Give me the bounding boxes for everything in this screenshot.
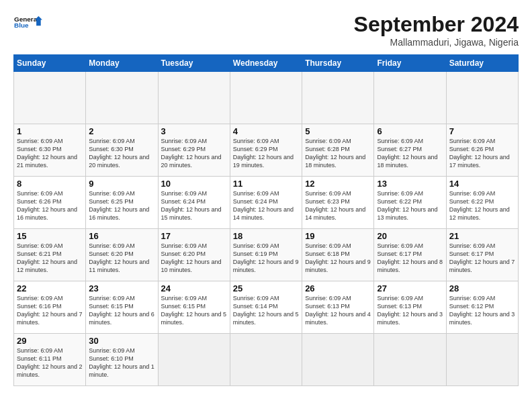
- day-info: Sunrise: 6:09 AMSunset: 6:19 PMDaylight:…: [233, 242, 299, 273]
- table-row: 15 Sunrise: 6:09 AMSunset: 6:21 PMDaylig…: [14, 229, 86, 281]
- day-number: 1: [17, 126, 83, 136]
- day-number: 30: [89, 336, 154, 346]
- table-row: 4 Sunrise: 6:09 AMSunset: 6:29 PMDayligh…: [230, 124, 302, 177]
- table-row: [14, 72, 86, 124]
- table-row: [446, 72, 518, 124]
- table-row: 16 Sunrise: 6:09 AMSunset: 6:20 PMDaylig…: [86, 229, 158, 281]
- day-number: 26: [305, 283, 371, 293]
- day-info: Sunrise: 6:09 AMSunset: 6:24 PMDaylight:…: [161, 190, 222, 221]
- day-number: 12: [305, 179, 371, 189]
- day-number: 6: [377, 126, 443, 136]
- day-info: Sunrise: 6:09 AMSunset: 6:10 PMDaylight:…: [89, 347, 154, 378]
- day-info: Sunrise: 6:09 AMSunset: 6:17 PMDaylight:…: [449, 242, 515, 273]
- day-number: 3: [161, 126, 227, 136]
- day-number: 24: [161, 283, 227, 293]
- day-info: Sunrise: 6:09 AMSunset: 6:11 PMDaylight:…: [17, 347, 83, 378]
- title-block: September 2024 Mallammaduri, Jigawa, Nig…: [354, 12, 519, 48]
- day-info: Sunrise: 6:09 AMSunset: 6:12 PMDaylight:…: [449, 295, 515, 326]
- table-row: [302, 334, 374, 386]
- day-number: 8: [17, 179, 83, 189]
- table-row: [302, 72, 374, 124]
- day-number: 25: [233, 283, 299, 293]
- table-row: 21 Sunrise: 6:09 AMSunset: 6:17 PMDaylig…: [446, 229, 518, 281]
- calendar-table: Sunday Monday Tuesday Wednesday Thursday…: [13, 54, 519, 386]
- week-row: [14, 72, 519, 124]
- col-tuesday: Tuesday: [158, 55, 230, 72]
- table-row: 13 Sunrise: 6:09 AMSunset: 6:22 PMDaylig…: [374, 177, 446, 229]
- table-row: [374, 72, 446, 124]
- day-info: Sunrise: 6:09 AMSunset: 6:23 PMDaylight:…: [305, 190, 365, 221]
- table-row: 9 Sunrise: 6:09 AMSunset: 6:25 PMDayligh…: [86, 177, 158, 229]
- day-info: Sunrise: 6:09 AMSunset: 6:15 PMDaylight:…: [161, 295, 227, 326]
- week-row: 1 Sunrise: 6:09 AMSunset: 6:30 PMDayligh…: [14, 124, 519, 177]
- day-number: 2: [89, 126, 154, 136]
- table-row: [446, 334, 518, 386]
- day-info: Sunrise: 6:09 AMSunset: 6:30 PMDaylight:…: [17, 138, 77, 169]
- table-row: 12 Sunrise: 6:09 AMSunset: 6:23 PMDaylig…: [302, 177, 374, 229]
- day-info: Sunrise: 6:09 AMSunset: 6:13 PMDaylight:…: [305, 295, 371, 326]
- table-row: [230, 334, 302, 386]
- table-row: [230, 72, 302, 124]
- day-number: 27: [377, 283, 443, 293]
- day-number: 20: [377, 231, 443, 241]
- day-number: 23: [89, 283, 154, 293]
- day-info: Sunrise: 6:09 AMSunset: 6:29 PMDaylight:…: [161, 138, 222, 169]
- day-info: Sunrise: 6:09 AMSunset: 6:22 PMDaylight:…: [377, 190, 437, 221]
- svg-text:Blue: Blue: [14, 22, 29, 30]
- table-row: [374, 334, 446, 386]
- day-number: 11: [233, 179, 299, 189]
- table-row: 22 Sunrise: 6:09 AMSunset: 6:16 PMDaylig…: [14, 281, 86, 334]
- table-row: 5 Sunrise: 6:09 AMSunset: 6:28 PMDayligh…: [302, 124, 374, 177]
- day-info: Sunrise: 6:09 AMSunset: 6:18 PMDaylight:…: [305, 242, 371, 273]
- table-row: 30 Sunrise: 6:09 AMSunset: 6:10 PMDaylig…: [86, 334, 158, 386]
- table-row: 18 Sunrise: 6:09 AMSunset: 6:19 PMDaylig…: [230, 229, 302, 281]
- day-number: 17: [161, 231, 227, 241]
- month-title: September 2024: [354, 12, 519, 37]
- day-info: Sunrise: 6:09 AMSunset: 6:30 PMDaylight:…: [89, 138, 149, 169]
- week-row: 15 Sunrise: 6:09 AMSunset: 6:21 PMDaylig…: [14, 229, 519, 281]
- table-row: 2 Sunrise: 6:09 AMSunset: 6:30 PMDayligh…: [86, 124, 158, 177]
- day-info: Sunrise: 6:09 AMSunset: 6:17 PMDaylight:…: [377, 242, 443, 273]
- day-info: Sunrise: 6:09 AMSunset: 6:28 PMDaylight:…: [305, 138, 365, 169]
- day-number: 19: [305, 231, 371, 241]
- table-row: 8 Sunrise: 6:09 AMSunset: 6:26 PMDayligh…: [14, 177, 86, 229]
- table-row: [86, 72, 158, 124]
- table-row: 11 Sunrise: 6:09 AMSunset: 6:24 PMDaylig…: [230, 177, 302, 229]
- calendar-page: General Blue September 2024 Mallammaduri…: [0, 0, 532, 411]
- col-monday: Monday: [86, 55, 158, 72]
- table-row: 28 Sunrise: 6:09 AMSunset: 6:12 PMDaylig…: [446, 281, 518, 334]
- day-info: Sunrise: 6:09 AMSunset: 6:20 PMDaylight:…: [161, 242, 222, 273]
- col-wednesday: Wednesday: [230, 55, 302, 72]
- table-row: 1 Sunrise: 6:09 AMSunset: 6:30 PMDayligh…: [14, 124, 86, 177]
- table-row: 14 Sunrise: 6:09 AMSunset: 6:22 PMDaylig…: [446, 177, 518, 229]
- day-info: Sunrise: 6:09 AMSunset: 6:29 PMDaylight:…: [233, 138, 294, 169]
- table-row: 6 Sunrise: 6:09 AMSunset: 6:27 PMDayligh…: [374, 124, 446, 177]
- day-number: 18: [233, 231, 299, 241]
- day-info: Sunrise: 6:09 AMSunset: 6:27 PMDaylight:…: [377, 138, 437, 169]
- col-saturday: Saturday: [446, 55, 518, 72]
- day-number: 21: [449, 231, 515, 241]
- svg-text:General: General: [14, 15, 39, 23]
- day-number: 9: [89, 179, 154, 189]
- day-number: 28: [449, 283, 515, 293]
- logo: General Blue: [13, 12, 43, 36]
- header: General Blue September 2024 Mallammaduri…: [13, 12, 519, 48]
- day-number: 29: [17, 336, 83, 346]
- day-number: 15: [17, 231, 83, 241]
- day-number: 10: [161, 179, 227, 189]
- day-info: Sunrise: 6:09 AMSunset: 6:15 PMDaylight:…: [89, 295, 154, 326]
- table-row: [158, 72, 230, 124]
- day-info: Sunrise: 6:09 AMSunset: 6:25 PMDaylight:…: [89, 190, 149, 221]
- col-sunday: Sunday: [14, 55, 86, 72]
- logo-svg: General Blue: [13, 12, 43, 36]
- day-info: Sunrise: 6:09 AMSunset: 6:16 PMDaylight:…: [17, 295, 83, 326]
- day-info: Sunrise: 6:09 AMSunset: 6:26 PMDaylight:…: [449, 138, 510, 169]
- table-row: 7 Sunrise: 6:09 AMSunset: 6:26 PMDayligh…: [446, 124, 518, 177]
- week-row: 29 Sunrise: 6:09 AMSunset: 6:11 PMDaylig…: [14, 334, 519, 386]
- day-info: Sunrise: 6:09 AMSunset: 6:21 PMDaylight:…: [17, 242, 77, 273]
- table-row: 26 Sunrise: 6:09 AMSunset: 6:13 PMDaylig…: [302, 281, 374, 334]
- day-info: Sunrise: 6:09 AMSunset: 6:26 PMDaylight:…: [17, 190, 77, 221]
- day-info: Sunrise: 6:09 AMSunset: 6:24 PMDaylight:…: [233, 190, 294, 221]
- table-row: 19 Sunrise: 6:09 AMSunset: 6:18 PMDaylig…: [302, 229, 374, 281]
- day-info: Sunrise: 6:09 AMSunset: 6:14 PMDaylight:…: [233, 295, 299, 326]
